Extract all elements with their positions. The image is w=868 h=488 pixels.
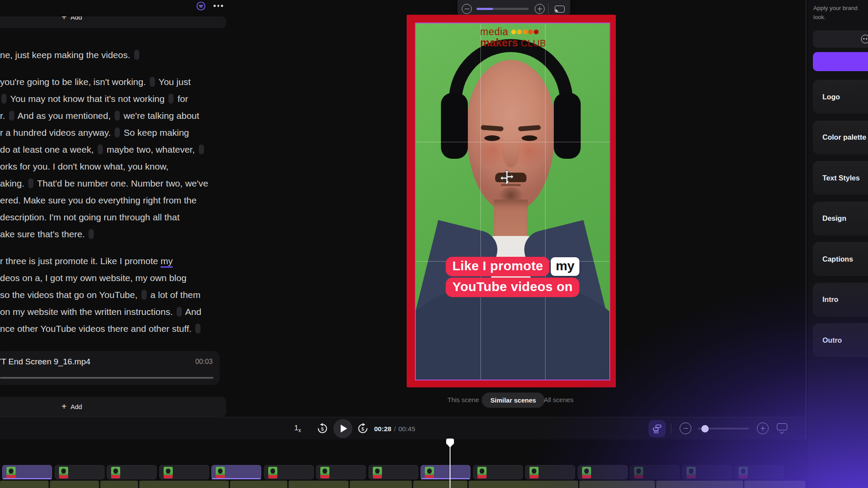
timeline-clip[interactable] bbox=[316, 465, 366, 479]
preview-display-button[interactable] bbox=[777, 423, 787, 430]
timeline-clip[interactable] bbox=[473, 465, 523, 479]
playhead-line[interactable] bbox=[450, 445, 450, 488]
transcript-paragraph[interactable]: ne, just keep making the videos. bbox=[0, 46, 260, 63]
timeline-clip[interactable] bbox=[630, 465, 680, 479]
pause-marker[interactable] bbox=[141, 290, 147, 300]
media-clip-card[interactable]: YT End Screen 9_16.mp4 00:03 bbox=[0, 351, 220, 385]
pause-marker[interactable] bbox=[89, 229, 94, 239]
audio-segment[interactable] bbox=[413, 481, 467, 488]
tab-this-scene[interactable]: This scene bbox=[447, 396, 479, 403]
transcript-paragraph[interactable]: r three is just promote it. Like I promo… bbox=[0, 252, 260, 337]
zoom-in-button[interactable] bbox=[535, 4, 545, 14]
timeline-clip[interactable] bbox=[368, 465, 418, 479]
fit-to-screen-button[interactable] bbox=[555, 6, 565, 13]
timeline-clip[interactable] bbox=[682, 465, 732, 479]
pause-marker[interactable] bbox=[150, 77, 155, 87]
audio-segment[interactable] bbox=[100, 481, 138, 488]
brand-card-captions[interactable]: Captions bbox=[813, 242, 868, 276]
clip-thumbnail bbox=[320, 467, 329, 478]
audio-segment[interactable] bbox=[0, 481, 49, 488]
logo-dots bbox=[511, 29, 539, 34]
timeline-clip[interactable] bbox=[55, 465, 105, 479]
add-label: Add bbox=[70, 403, 82, 410]
clip-thumbnail bbox=[425, 467, 434, 478]
add-media-button[interactable]: + Add bbox=[0, 397, 226, 417]
pause-marker[interactable] bbox=[115, 111, 120, 121]
skip-forward-5-button[interactable]: 5 bbox=[357, 423, 368, 434]
timeline-clips-track[interactable] bbox=[0, 465, 806, 479]
timeline-clip[interactable] bbox=[107, 465, 157, 479]
brand-kit-selector[interactable] bbox=[813, 30, 868, 48]
pause-marker[interactable] bbox=[134, 50, 139, 60]
timeline-clip[interactable] bbox=[264, 465, 314, 479]
ai-summary-icon[interactable] bbox=[196, 1, 206, 13]
brand-card-outro[interactable]: Outro bbox=[813, 323, 868, 357]
timeline-clip[interactable] bbox=[421, 465, 470, 479]
more-options-button[interactable] bbox=[214, 5, 223, 7]
top-add-bar[interactable]: + Add bbox=[0, 16, 226, 28]
transcript-paragraph[interactable]: you're going to be like, isn't working. … bbox=[0, 73, 260, 242]
zoom-out-button[interactable] bbox=[462, 4, 472, 14]
timeline-clip[interactable] bbox=[2, 465, 52, 479]
clip-thumbnail bbox=[268, 467, 277, 478]
pause-marker[interactable] bbox=[115, 128, 120, 138]
transcript[interactable]: ne, just keep making the videos. you're … bbox=[0, 46, 260, 347]
timeline-audio-track[interactable] bbox=[0, 481, 806, 488]
pause-marker[interactable] bbox=[1, 94, 7, 104]
brand-card-intro[interactable]: Intro bbox=[813, 283, 868, 317]
timeline-zoom-slider[interactable] bbox=[698, 428, 749, 429]
video-preview[interactable]: media makers CLUB Like I promote my YouT… bbox=[415, 23, 610, 380]
caption-highlight-word: my bbox=[551, 257, 579, 276]
pause-marker[interactable] bbox=[168, 94, 174, 104]
audio-segment[interactable] bbox=[579, 481, 655, 488]
pause-marker[interactable] bbox=[177, 307, 182, 317]
tab-similar-scenes[interactable]: Similar scenes bbox=[482, 393, 545, 408]
timeline-clip[interactable] bbox=[734, 465, 784, 479]
pause-marker[interactable] bbox=[199, 144, 204, 154]
video-crop-frame[interactable]: media makers CLUB Like I promote my YouT… bbox=[407, 15, 616, 387]
zoom-slider[interactable] bbox=[477, 8, 529, 10]
timeline-clip[interactable] bbox=[211, 465, 261, 479]
caption-overlay[interactable]: Like I promote my YouTube videos on bbox=[415, 257, 610, 297]
pause-marker[interactable] bbox=[195, 324, 201, 334]
slider-knob[interactable] bbox=[701, 425, 709, 432]
timeline-zoom-out-button[interactable] bbox=[680, 422, 691, 434]
audio-segment[interactable] bbox=[469, 481, 578, 488]
play-button[interactable] bbox=[333, 419, 352, 438]
audio-segment[interactable] bbox=[656, 481, 743, 488]
skip-back-5-button[interactable]: 5 bbox=[317, 423, 328, 434]
pause-marker[interactable] bbox=[9, 111, 14, 121]
media-filename: YT End Screen 9_16.mp4 bbox=[0, 357, 90, 367]
timeline-tracks-button[interactable] bbox=[648, 420, 666, 437]
media-progress-bar[interactable] bbox=[0, 377, 214, 379]
plus-icon: + bbox=[62, 402, 67, 411]
audio-segment[interactable] bbox=[289, 481, 349, 488]
playhead-handle[interactable] bbox=[446, 439, 454, 445]
caption-line1: Like I promote bbox=[446, 257, 549, 276]
brand-card-text-styles[interactable]: Text Styles bbox=[813, 161, 868, 195]
pause-marker[interactable] bbox=[98, 144, 103, 154]
apply-brand-button[interactable] bbox=[813, 52, 868, 71]
timeline-zoom-in-button[interactable] bbox=[757, 422, 769, 434]
brand-kit-icon bbox=[861, 35, 868, 43]
audio-segment[interactable] bbox=[139, 481, 229, 488]
move-cursor-icon bbox=[499, 169, 515, 187]
audio-segment[interactable] bbox=[744, 481, 806, 488]
brand-card-design[interactable]: Design bbox=[813, 202, 868, 236]
divider bbox=[671, 423, 671, 434]
pause-marker[interactable] bbox=[28, 178, 33, 188]
timeline-clip[interactable] bbox=[525, 465, 575, 479]
brand-description: Apply your brand bbox=[813, 5, 858, 11]
audio-segment[interactable] bbox=[50, 481, 99, 488]
timeline-clip[interactable] bbox=[578, 465, 628, 479]
clip-thumbnail bbox=[216, 467, 225, 478]
audio-segment[interactable] bbox=[230, 481, 287, 488]
audio-segment[interactable] bbox=[350, 481, 412, 488]
brand-card-logo[interactable]: Logo bbox=[813, 80, 868, 114]
total-time: 00:45 bbox=[398, 425, 415, 432]
timeline-clip[interactable] bbox=[159, 465, 209, 479]
clip-thumbnail bbox=[59, 467, 68, 478]
playback-speed-button[interactable]: 1x bbox=[294, 424, 301, 433]
brand-card-color-palette[interactable]: Color palette bbox=[813, 121, 868, 154]
tab-all-scenes[interactable]: All scenes bbox=[544, 396, 573, 403]
